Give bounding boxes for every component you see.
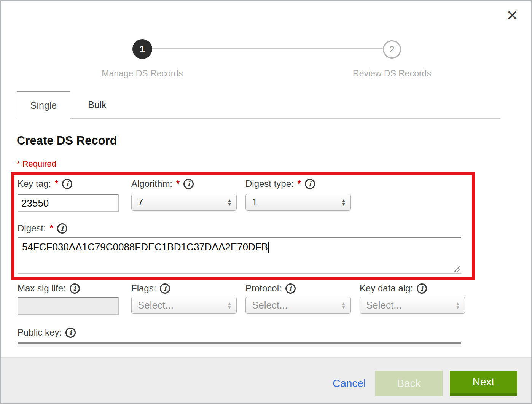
chevron-down-icon: ▼: [227, 305, 232, 309]
max-sig-life-input: [18, 297, 119, 315]
flags-label: Flags: i: [131, 283, 170, 294]
key-tag-input[interactable]: [18, 194, 119, 212]
algorithm-select-value: 7: [138, 196, 227, 208]
protocol-select[interactable]: Select... ▲ ▼: [245, 297, 351, 314]
key-tag-label: Key tag: * i: [18, 178, 72, 189]
protocol-select-value: Select...: [252, 299, 341, 311]
step-1-label: Manage DS Records: [85, 68, 199, 79]
protocol-label-text: Protocol:: [245, 283, 282, 294]
key-data-alg-info-icon[interactable]: i: [417, 283, 427, 294]
protocol-info-icon[interactable]: i: [285, 283, 296, 294]
algorithm-select[interactable]: 7 ▲ ▼: [131, 194, 237, 211]
chevron-down-icon: ▼: [456, 305, 460, 309]
select-stepper-icon: ▲ ▼: [227, 302, 232, 309]
digest-type-label: Digest type: * i: [245, 178, 315, 189]
info-glyph: i: [61, 224, 63, 232]
max-sig-life-label-text: Max sig life:: [18, 283, 66, 294]
public-key-label-text: Public key:: [18, 327, 62, 338]
select-stepper-icon: ▲ ▼: [341, 199, 346, 206]
digest-label: Digest: * i: [18, 223, 67, 234]
create-ds-record-modal: ✕ 1 2 Manage DS Records Review DS Record…: [0, 0, 532, 404]
digest-label-text: Digest:: [18, 223, 46, 234]
digest-type-info-icon[interactable]: i: [305, 179, 315, 189]
resize-handle-icon[interactable]: [453, 266, 460, 272]
digest-info-icon[interactable]: i: [57, 223, 67, 234]
max-sig-life-info-icon[interactable]: i: [70, 283, 80, 294]
text-cursor: [268, 242, 269, 253]
key-tag-required-star: *: [54, 178, 58, 189]
info-glyph: i: [73, 285, 76, 292]
digest-type-select[interactable]: 1 ▲ ▼: [245, 194, 351, 211]
key-data-alg-label-text: Key data alg:: [360, 283, 413, 294]
tabs-divider: [70, 118, 500, 119]
tab-single[interactable]: Single: [17, 91, 70, 118]
next-button[interactable]: Next: [450, 371, 517, 396]
digest-type-select-value: 1: [252, 196, 341, 208]
close-icon: ✕: [506, 7, 518, 24]
flags-select-value: Select...: [138, 299, 227, 311]
max-sig-life-label: Max sig life: i: [18, 283, 80, 294]
step-2-indicator: 2: [383, 40, 401, 59]
info-glyph: i: [188, 180, 190, 188]
info-glyph: i: [66, 180, 68, 188]
back-button: Back: [375, 371, 443, 396]
digest-value: 54FCF030AA1C79C0088FDEC1BD1C37DAA2E70DFB: [22, 241, 268, 253]
step-1-number: 1: [140, 43, 145, 55]
algorithm-label: Algorithm: * i: [131, 178, 194, 189]
algorithm-label-text: Algorithm:: [131, 178, 172, 189]
key-tag-info-icon[interactable]: i: [62, 179, 72, 189]
algorithm-required-star: *: [175, 178, 180, 189]
tab-bulk[interactable]: Bulk: [70, 91, 124, 118]
key-tag-label-text: Key tag:: [18, 178, 51, 189]
algorithm-info-icon[interactable]: i: [183, 179, 194, 189]
info-glyph: i: [309, 180, 311, 188]
select-stepper-icon: ▲ ▼: [456, 302, 460, 309]
page-title: Create DS Record: [17, 134, 117, 148]
select-stepper-icon: ▲ ▼: [341, 302, 346, 309]
chevron-down-icon: ▼: [341, 202, 346, 206]
chevron-down-icon: ▼: [227, 202, 232, 206]
digest-textarea[interactable]: 54FCF030AA1C79C0088FDEC1BD1C37DAA2E70DFB: [18, 237, 461, 274]
info-glyph: i: [421, 285, 423, 292]
digest-type-label-text: Digest type:: [245, 178, 294, 189]
select-stepper-icon: ▲ ▼: [227, 199, 232, 206]
public-key-label: Public key: i: [18, 327, 76, 338]
flags-select[interactable]: Select... ▲ ▼: [131, 297, 237, 314]
chevron-down-icon: ▼: [341, 305, 346, 309]
key-data-alg-label: Key data alg: i: [360, 283, 427, 294]
info-glyph: i: [69, 329, 72, 336]
public-key-info-icon[interactable]: i: [65, 328, 76, 338]
protocol-label: Protocol: i: [245, 283, 296, 294]
info-glyph: i: [164, 285, 166, 292]
required-note: * Required: [17, 159, 56, 169]
step-1-indicator: 1: [132, 39, 152, 59]
tab-single-label: Single: [30, 100, 57, 111]
public-key-textarea[interactable]: [18, 342, 461, 347]
flags-label-text: Flags:: [131, 283, 156, 294]
key-data-alg-select-value: Select...: [366, 299, 456, 311]
key-data-alg-select[interactable]: Select... ▲ ▼: [360, 297, 465, 314]
digest-required-star: *: [49, 223, 53, 234]
info-glyph: i: [289, 285, 291, 292]
step-2-label: Review DS Records: [335, 68, 449, 79]
tab-bulk-label: Bulk: [88, 99, 107, 110]
flags-info-icon[interactable]: i: [160, 283, 170, 294]
step-2-number: 2: [389, 44, 394, 55]
stepper-connector-line: [152, 48, 384, 49]
digest-type-required-star: *: [296, 178, 301, 189]
cancel-link[interactable]: Cancel: [333, 377, 366, 390]
close-button[interactable]: ✕: [506, 8, 518, 23]
